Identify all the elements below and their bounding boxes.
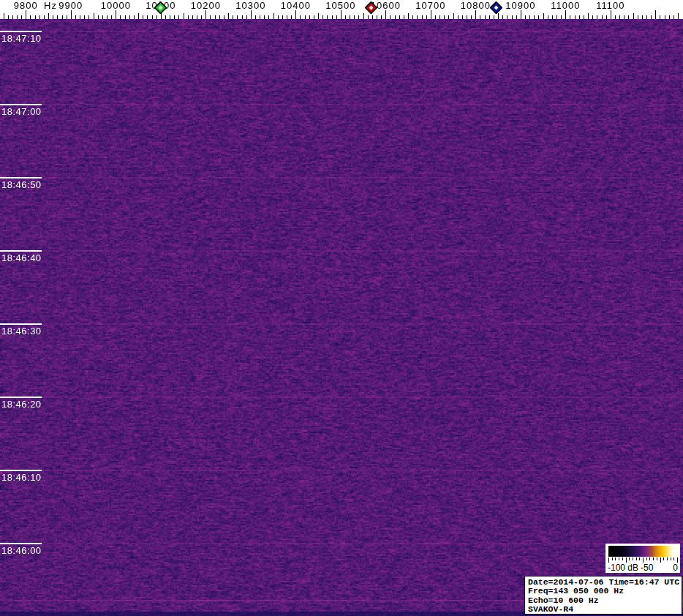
amplitude-color-scale: -100 dB -50 0 [605,544,680,573]
time-label-18-46-00: 18:46:00 [1,545,42,556]
waterfall-display-area: 18:47:1018:47:0018:46:5018:46:4018:46:30… [0,19,683,616]
color-scale-tick [612,557,613,560]
frequency-tick [651,15,652,19]
frequency-tick [44,15,45,19]
frequency-tick [260,15,260,19]
frequency-tick [408,13,409,19]
frequency-tick [467,15,467,19]
time-label-18-46-30: 18:46:30 [1,326,42,337]
frequency-tick [57,15,58,19]
time-label-18-47-00: 18:47:00 [1,106,42,117]
frequency-tick [94,13,94,19]
frequency-tick [21,15,22,19]
color-scale-tick [643,557,644,563]
frequency-tick [435,15,436,19]
frequency-label-10500: 10500 [325,0,355,11]
frequency-tick [597,15,597,19]
time-tick-line [0,323,42,325]
frequency-tick [8,15,9,19]
color-scale-tick [639,557,640,560]
frequency-tick [354,15,355,19]
frequency-tick [368,15,369,19]
frequency-tick [341,10,342,19]
frequency-tick [184,13,184,19]
time-tick-line [0,177,42,179]
frequency-tick [188,15,189,19]
blue-diamond-marker[interactable] [490,1,502,14]
frequency-tick [237,15,238,19]
frequency-tick [4,13,4,19]
frequency-tick [556,15,557,19]
frequency-tick [471,15,472,19]
frequency-tick [646,15,647,19]
frequency-tick [278,15,279,19]
color-scale-tick [660,557,661,563]
color-scale-tick [673,557,674,560]
frequency-tick [143,15,143,19]
frequency-tick [462,15,463,19]
time-label-18-46-40: 18:46:40 [1,252,42,263]
time-tick-line [0,250,42,252]
time-label-18-46-50: 18:46:50 [1,179,42,190]
frequency-tick [314,15,314,19]
frequency-tick [673,15,674,19]
time-tick-line [0,31,42,32]
frequency-tick [62,15,63,19]
frequency-tick [543,13,544,19]
frequency-tick [282,15,283,19]
color-scale-tick [608,557,609,563]
color-scale-tick [649,557,650,560]
frequency-tick [336,15,337,19]
color-scale-tick [646,557,647,560]
frequency-tick [242,15,243,19]
frequency-tick [300,15,301,19]
frequency-tick [399,15,400,19]
red-diamond-marker[interactable] [365,1,377,14]
color-scale-tick [615,557,616,560]
frequency-tick [363,13,364,19]
frequency-tick [134,15,135,19]
frequency-tick [579,15,580,19]
color-scale-tick [619,557,619,560]
frequency-tick [458,15,459,19]
frequency-tick [642,15,643,19]
frequency-tick [485,15,486,19]
status-info-box: Date=2014-07-06 Time=16:47 UTC Freq=143 … [524,576,682,615]
frequency-tick [350,15,350,19]
frequency-tick [565,10,566,19]
frequency-ruler: 9800990010000101001020010300104001050010… [0,0,683,19]
frequency-tick [669,15,670,19]
frequency-tick [322,15,323,19]
frequency-tick [660,15,660,19]
frequency-tick [264,15,265,19]
frequency-tick [570,15,570,19]
frequency-tick [88,15,89,19]
frequency-tick [525,15,526,19]
time-tick-line [0,104,42,105]
frequency-tick [17,15,18,19]
frequency-tick [102,15,103,19]
frequency-tick [251,10,252,19]
frequency-tick [35,15,36,19]
frequency-tick [138,13,139,19]
frequency-label-10300: 10300 [235,0,265,11]
color-scale-tick [677,557,678,563]
frequency-tick [417,15,418,19]
frequency-tick [548,15,548,19]
frequency-tick [628,15,629,19]
green-diamond-marker[interactable] [154,1,167,14]
frequency-tick [98,15,99,19]
frequency-tick [606,15,607,19]
color-scale-tick [653,557,654,560]
frequency-tick [624,15,624,19]
frequency-tick [489,15,490,19]
frequency-tick [224,15,224,19]
frequency-tick [345,15,346,19]
frequency-tick [655,10,656,19]
color-scale-mid-label: -50 [641,563,653,573]
frequency-label-10700: 10700 [415,0,445,11]
frequency-tick [48,13,49,19]
frequency-tick [84,15,85,19]
frequency-tick [327,15,328,19]
frequency-tick [291,15,292,19]
